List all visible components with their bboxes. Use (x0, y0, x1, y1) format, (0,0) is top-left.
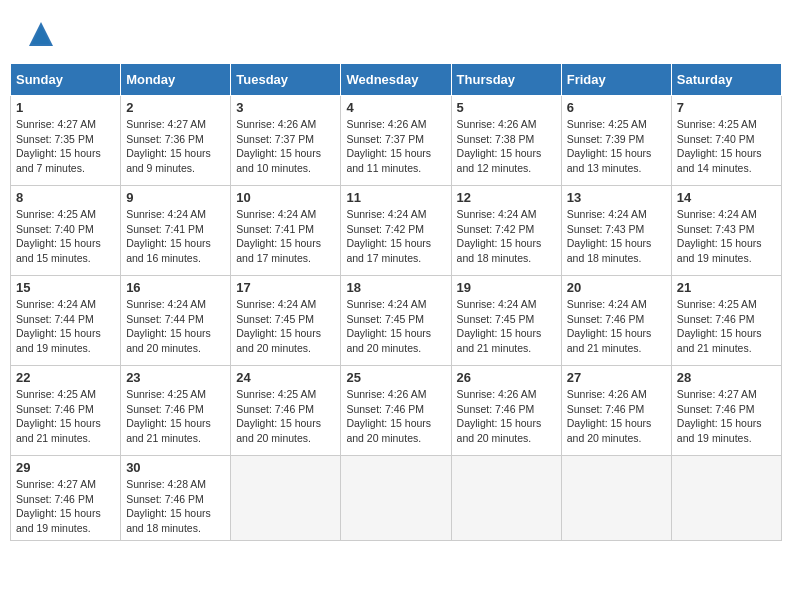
day-info: Sunrise: 4:24 AM Sunset: 7:45 PM Dayligh… (457, 297, 556, 356)
day-number: 21 (677, 280, 776, 295)
day-number: 20 (567, 280, 666, 295)
day-header-monday: Monday (121, 64, 231, 96)
day-number: 24 (236, 370, 335, 385)
table-row (231, 456, 341, 541)
day-number: 13 (567, 190, 666, 205)
table-row: 23Sunrise: 4:25 AM Sunset: 7:46 PM Dayli… (121, 366, 231, 456)
day-header-sunday: Sunday (11, 64, 121, 96)
table-row: 8Sunrise: 4:25 AM Sunset: 7:40 PM Daylig… (11, 186, 121, 276)
day-number: 26 (457, 370, 556, 385)
table-row: 11Sunrise: 4:24 AM Sunset: 7:42 PM Dayli… (341, 186, 451, 276)
header-row: SundayMondayTuesdayWednesdayThursdayFrid… (11, 64, 782, 96)
table-row: 1Sunrise: 4:27 AM Sunset: 7:35 PM Daylig… (11, 96, 121, 186)
table-row: 12Sunrise: 4:24 AM Sunset: 7:42 PM Dayli… (451, 186, 561, 276)
day-info: Sunrise: 4:27 AM Sunset: 7:46 PM Dayligh… (16, 477, 115, 536)
table-row: 2Sunrise: 4:27 AM Sunset: 7:36 PM Daylig… (121, 96, 231, 186)
table-row: 20Sunrise: 4:24 AM Sunset: 7:46 PM Dayli… (561, 276, 671, 366)
day-info: Sunrise: 4:24 AM Sunset: 7:44 PM Dayligh… (126, 297, 225, 356)
day-info: Sunrise: 4:24 AM Sunset: 7:42 PM Dayligh… (346, 207, 445, 266)
day-number: 27 (567, 370, 666, 385)
table-row: 24Sunrise: 4:25 AM Sunset: 7:46 PM Dayli… (231, 366, 341, 456)
table-row: 14Sunrise: 4:24 AM Sunset: 7:43 PM Dayli… (671, 186, 781, 276)
day-number: 16 (126, 280, 225, 295)
table-row: 16Sunrise: 4:24 AM Sunset: 7:44 PM Dayli… (121, 276, 231, 366)
day-info: Sunrise: 4:26 AM Sunset: 7:38 PM Dayligh… (457, 117, 556, 176)
day-info: Sunrise: 4:26 AM Sunset: 7:46 PM Dayligh… (346, 387, 445, 446)
day-info: Sunrise: 4:24 AM Sunset: 7:42 PM Dayligh… (457, 207, 556, 266)
day-info: Sunrise: 4:25 AM Sunset: 7:40 PM Dayligh… (16, 207, 115, 266)
day-info: Sunrise: 4:26 AM Sunset: 7:46 PM Dayligh… (457, 387, 556, 446)
day-number: 8 (16, 190, 115, 205)
day-info: Sunrise: 4:27 AM Sunset: 7:46 PM Dayligh… (677, 387, 776, 446)
day-number: 18 (346, 280, 445, 295)
day-number: 1 (16, 100, 115, 115)
table-row: 7Sunrise: 4:25 AM Sunset: 7:40 PM Daylig… (671, 96, 781, 186)
day-number: 30 (126, 460, 225, 475)
day-number: 11 (346, 190, 445, 205)
day-info: Sunrise: 4:24 AM Sunset: 7:43 PM Dayligh… (677, 207, 776, 266)
day-info: Sunrise: 4:24 AM Sunset: 7:41 PM Dayligh… (236, 207, 335, 266)
day-info: Sunrise: 4:24 AM Sunset: 7:46 PM Dayligh… (567, 297, 666, 356)
table-row: 19Sunrise: 4:24 AM Sunset: 7:45 PM Dayli… (451, 276, 561, 366)
day-header-wednesday: Wednesday (341, 64, 451, 96)
day-number: 2 (126, 100, 225, 115)
day-info: Sunrise: 4:25 AM Sunset: 7:46 PM Dayligh… (677, 297, 776, 356)
table-row: 9Sunrise: 4:24 AM Sunset: 7:41 PM Daylig… (121, 186, 231, 276)
day-info: Sunrise: 4:25 AM Sunset: 7:40 PM Dayligh… (677, 117, 776, 176)
day-number: 19 (457, 280, 556, 295)
day-number: 9 (126, 190, 225, 205)
day-info: Sunrise: 4:25 AM Sunset: 7:46 PM Dayligh… (236, 387, 335, 446)
day-info: Sunrise: 4:24 AM Sunset: 7:43 PM Dayligh… (567, 207, 666, 266)
table-row (671, 456, 781, 541)
day-number: 10 (236, 190, 335, 205)
day-info: Sunrise: 4:25 AM Sunset: 7:39 PM Dayligh… (567, 117, 666, 176)
table-row: 6Sunrise: 4:25 AM Sunset: 7:39 PM Daylig… (561, 96, 671, 186)
table-row: 29Sunrise: 4:27 AM Sunset: 7:46 PM Dayli… (11, 456, 121, 541)
table-row: 5Sunrise: 4:26 AM Sunset: 7:38 PM Daylig… (451, 96, 561, 186)
table-row: 30Sunrise: 4:28 AM Sunset: 7:46 PM Dayli… (121, 456, 231, 541)
day-header-thursday: Thursday (451, 64, 561, 96)
day-number: 6 (567, 100, 666, 115)
day-number: 4 (346, 100, 445, 115)
day-number: 14 (677, 190, 776, 205)
table-row: 10Sunrise: 4:24 AM Sunset: 7:41 PM Dayli… (231, 186, 341, 276)
day-number: 23 (126, 370, 225, 385)
day-info: Sunrise: 4:24 AM Sunset: 7:44 PM Dayligh… (16, 297, 115, 356)
table-row: 18Sunrise: 4:24 AM Sunset: 7:45 PM Dayli… (341, 276, 451, 366)
day-info: Sunrise: 4:25 AM Sunset: 7:46 PM Dayligh… (16, 387, 115, 446)
table-row: 27Sunrise: 4:26 AM Sunset: 7:46 PM Dayli… (561, 366, 671, 456)
day-header-saturday: Saturday (671, 64, 781, 96)
logo (25, 20, 55, 53)
day-number: 29 (16, 460, 115, 475)
day-number: 17 (236, 280, 335, 295)
table-row: 28Sunrise: 4:27 AM Sunset: 7:46 PM Dayli… (671, 366, 781, 456)
calendar-table: SundayMondayTuesdayWednesdayThursdayFrid… (10, 63, 782, 541)
table-row (341, 456, 451, 541)
day-info: Sunrise: 4:28 AM Sunset: 7:46 PM Dayligh… (126, 477, 225, 536)
day-info: Sunrise: 4:25 AM Sunset: 7:46 PM Dayligh… (126, 387, 225, 446)
day-info: Sunrise: 4:27 AM Sunset: 7:36 PM Dayligh… (126, 117, 225, 176)
table-row (561, 456, 671, 541)
day-number: 25 (346, 370, 445, 385)
day-info: Sunrise: 4:26 AM Sunset: 7:37 PM Dayligh… (236, 117, 335, 176)
table-row: 17Sunrise: 4:24 AM Sunset: 7:45 PM Dayli… (231, 276, 341, 366)
day-info: Sunrise: 4:24 AM Sunset: 7:45 PM Dayligh… (346, 297, 445, 356)
table-row: 21Sunrise: 4:25 AM Sunset: 7:46 PM Dayli… (671, 276, 781, 366)
table-row: 3Sunrise: 4:26 AM Sunset: 7:37 PM Daylig… (231, 96, 341, 186)
day-info: Sunrise: 4:26 AM Sunset: 7:46 PM Dayligh… (567, 387, 666, 446)
day-info: Sunrise: 4:24 AM Sunset: 7:41 PM Dayligh… (126, 207, 225, 266)
table-row (451, 456, 561, 541)
table-row: 22Sunrise: 4:25 AM Sunset: 7:46 PM Dayli… (11, 366, 121, 456)
day-number: 15 (16, 280, 115, 295)
day-number: 5 (457, 100, 556, 115)
table-row: 13Sunrise: 4:24 AM Sunset: 7:43 PM Dayli… (561, 186, 671, 276)
day-info: Sunrise: 4:27 AM Sunset: 7:35 PM Dayligh… (16, 117, 115, 176)
day-number: 22 (16, 370, 115, 385)
table-row: 15Sunrise: 4:24 AM Sunset: 7:44 PM Dayli… (11, 276, 121, 366)
day-number: 7 (677, 100, 776, 115)
day-info: Sunrise: 4:26 AM Sunset: 7:37 PM Dayligh… (346, 117, 445, 176)
day-number: 12 (457, 190, 556, 205)
table-row: 4Sunrise: 4:26 AM Sunset: 7:37 PM Daylig… (341, 96, 451, 186)
header (10, 10, 782, 58)
day-info: Sunrise: 4:24 AM Sunset: 7:45 PM Dayligh… (236, 297, 335, 356)
